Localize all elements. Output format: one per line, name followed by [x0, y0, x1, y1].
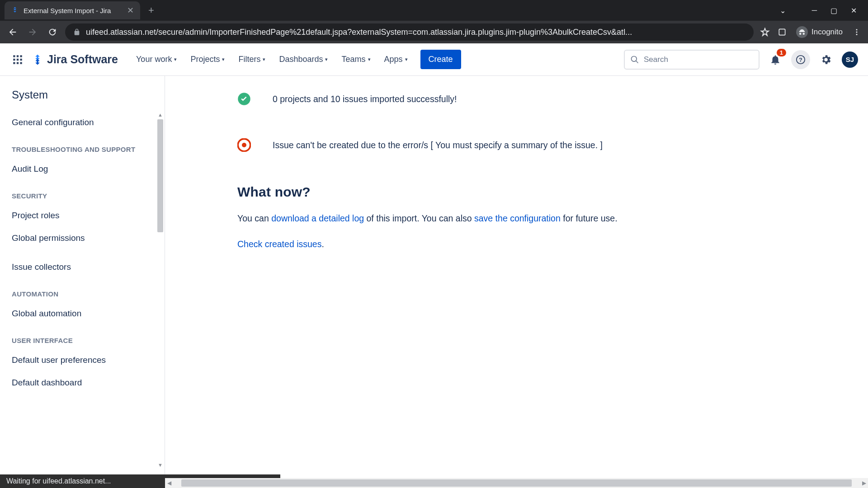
lock-icon	[73, 28, 80, 36]
nav-your-work[interactable]: Your work▾	[131, 51, 182, 68]
incognito-indicator[interactable]: Incognito	[793, 24, 845, 40]
sidebar-item-default-user-prefs[interactable]: Default user preferences	[0, 349, 165, 371]
sidebar-item-global-permissions[interactable]: Global permissions	[0, 227, 165, 249]
import-success-row: 0 projects and 10 issues imported succes…	[237, 92, 841, 106]
gear-icon	[820, 54, 832, 66]
sidebar-item-global-automation[interactable]: Global automation	[0, 302, 165, 325]
help-button[interactable]: ?	[791, 50, 810, 69]
horizontal-scrollbar[interactable]: ◀ ▶	[165, 478, 868, 488]
tab-close-icon[interactable]: ✕	[127, 5, 134, 15]
address-bar[interactable]: uifeed.atlassian.net/secure/admin/Import…	[65, 23, 754, 41]
scroll-down-icon[interactable]: ▼	[157, 461, 164, 468]
browser-tab[interactable]: External System Import - Jira ✕	[5, 1, 140, 19]
jira-header: Jira Software Your work▾ Projects▾ Filte…	[0, 43, 868, 76]
nav-apps[interactable]: Apps▾	[379, 51, 413, 68]
import-error-row: Issue can't be created due to the error/…	[237, 138, 841, 152]
save-config-link[interactable]: save the configuration	[474, 213, 561, 223]
browser-menu-button[interactable]	[851, 26, 863, 38]
forward-button[interactable]	[25, 25, 40, 39]
incognito-icon	[796, 26, 808, 38]
jira-logo[interactable]: Jira Software	[32, 53, 118, 66]
chevron-down-icon: ▾	[222, 56, 225, 62]
nav-label: Teams	[341, 55, 365, 64]
tab-dropdown-icon[interactable]: ⌄	[780, 6, 786, 15]
scroll-left-icon[interactable]: ◀	[165, 480, 173, 486]
nav-label: Filters	[238, 55, 260, 64]
app-switcher-button[interactable]	[10, 52, 25, 67]
svg-point-1	[856, 29, 858, 30]
nav-label: Your work	[136, 55, 172, 64]
nav-dashboards[interactable]: Dashboards▾	[274, 51, 333, 68]
notification-badge: 1	[777, 49, 786, 56]
create-button[interactable]: Create	[420, 50, 461, 69]
sidebar-heading-automation: AUTOMATION	[0, 278, 165, 302]
nav-filters[interactable]: Filters▾	[233, 51, 271, 68]
nav-projects[interactable]: Projects▾	[185, 51, 230, 68]
reload-button[interactable]	[45, 25, 60, 39]
svg-rect-9	[20, 58, 22, 60]
window-controls: ⌄ ─ ▢ ✕	[780, 6, 868, 15]
user-avatar[interactable]: SJ	[842, 52, 858, 68]
para-text: of this import. You can also	[364, 213, 474, 223]
para-text: You can	[237, 213, 271, 223]
extensions-button[interactable]	[776, 26, 788, 38]
download-log-link[interactable]: download a detailed log	[271, 213, 364, 223]
browser-chrome: External System Import - Jira ✕ + ⌄ ─ ▢ …	[0, 0, 868, 43]
check-created-issues-link[interactable]: Check created issues	[237, 239, 321, 249]
period: .	[321, 239, 324, 249]
svg-line-14	[636, 61, 638, 63]
sidebar-item-issue-collectors[interactable]: Issue collectors	[0, 256, 165, 278]
sidebar-item-general-config[interactable]: General configuration	[0, 111, 165, 134]
svg-rect-7	[13, 58, 15, 60]
search-box[interactable]	[624, 50, 760, 70]
nav-teams[interactable]: Teams▾	[336, 51, 376, 68]
minimize-button[interactable]: ─	[812, 6, 817, 14]
jira-favicon-icon	[11, 6, 19, 14]
sidebar-item-project-roles[interactable]: Project roles	[0, 204, 165, 227]
success-check-icon	[237, 92, 251, 106]
reload-icon	[47, 27, 57, 37]
sidebar-item-default-dashboard[interactable]: Default dashboard	[0, 371, 165, 394]
h-scrollbar-thumb[interactable]	[181, 479, 852, 487]
scrollbar-thumb[interactable]	[157, 119, 163, 232]
close-window-button[interactable]: ✕	[851, 6, 857, 15]
para-text: for future use.	[561, 213, 618, 223]
notifications-button[interactable]: 1	[766, 50, 785, 69]
svg-rect-4	[13, 55, 15, 57]
check-issues-paragraph: Check created issues.	[237, 237, 841, 251]
svg-point-13	[632, 56, 637, 61]
chevron-down-icon: ▾	[368, 56, 371, 62]
jira-logo-icon	[32, 54, 43, 66]
product-name: Jira Software	[47, 53, 118, 66]
main-content: 0 projects and 10 issues imported succes…	[165, 76, 868, 477]
chevron-down-icon: ▾	[405, 56, 408, 62]
sidebar-scroll: General configuration TROUBLESHOOTING AN…	[0, 111, 165, 468]
kebab-icon	[853, 28, 861, 36]
back-button[interactable]	[5, 25, 20, 39]
bookmark-button[interactable]	[759, 26, 771, 38]
url-text: uifeed.atlassian.net/secure/admin/Import…	[86, 28, 632, 37]
nav-label: Dashboards	[279, 55, 323, 64]
svg-rect-8	[17, 58, 19, 60]
sidebar-item-audit-log[interactable]: Audit Log	[0, 158, 165, 180]
search-input[interactable]	[644, 55, 753, 64]
new-tab-button[interactable]: +	[148, 5, 154, 16]
tab-strip: External System Import - Jira ✕ + ⌄ ─ ▢ …	[0, 0, 868, 21]
svg-text:?: ?	[799, 56, 802, 63]
nav-label: Apps	[384, 55, 403, 64]
maximize-button[interactable]: ▢	[830, 6, 837, 15]
sidebar-title: System	[0, 89, 165, 111]
chevron-down-icon: ▾	[263, 56, 265, 62]
scroll-up-icon[interactable]: ▲	[157, 111, 164, 118]
sidebar-scrollbar[interactable]: ▲ ▼	[157, 111, 164, 468]
error-message: Issue can't be created due to the error/…	[273, 140, 603, 150]
scroll-right-icon[interactable]: ▶	[860, 480, 868, 486]
svg-rect-6	[20, 55, 22, 57]
success-message: 0 projects and 10 issues imported succes…	[273, 94, 457, 104]
svg-rect-5	[17, 55, 19, 57]
svg-rect-11	[17, 62, 19, 64]
settings-button[interactable]	[816, 50, 835, 69]
chevron-down-icon: ▾	[325, 56, 328, 62]
svg-rect-0	[779, 29, 785, 35]
help-icon: ?	[796, 55, 806, 65]
